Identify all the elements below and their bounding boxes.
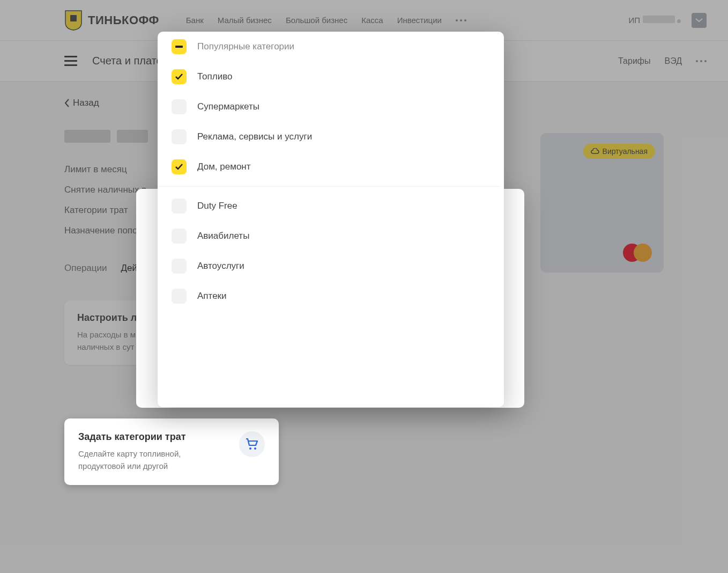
category-item-aviabilety[interactable]: Авиабилеты <box>158 221 500 251</box>
category-label: Дом, ремонт <box>197 161 251 172</box>
checkbox[interactable] <box>172 99 187 114</box>
checkbox[interactable] <box>172 69 187 84</box>
category-item-dom-remont[interactable]: Дом, ремонт <box>158 152 500 182</box>
categories-list[interactable]: Популярные категории Топливо Супермаркет… <box>158 32 504 407</box>
set-categories-line2: продуктовой или другой <box>78 461 168 471</box>
checkbox[interactable] <box>172 229 187 244</box>
category-label: Супермаркеты <box>197 101 259 112</box>
categories-modal: Популярные категории Топливо Супермаркет… <box>158 32 504 407</box>
checkbox[interactable] <box>172 199 187 214</box>
svg-point-3 <box>254 447 256 450</box>
divider <box>158 186 500 187</box>
category-item-apteki[interactable]: Аптеки <box>158 281 500 311</box>
category-item-avtouslugi[interactable]: Автоуслуги <box>158 251 500 281</box>
category-label: Топливо <box>197 71 232 82</box>
cart-icon-circle <box>239 431 265 457</box>
minus-icon <box>175 46 183 48</box>
cart-icon <box>245 438 259 451</box>
checkbox[interactable] <box>172 159 187 174</box>
category-label: Duty Free <box>197 201 237 211</box>
set-categories-line1: Сделайте карту топливной, <box>78 449 181 458</box>
category-popular-label: Популярные категории <box>197 41 294 52</box>
set-categories-card[interactable]: Задать категории трат Сделайте карту топ… <box>64 418 279 485</box>
category-label: Реклама, сервисы и услуги <box>197 131 312 142</box>
category-item-supermarkets[interactable]: Супермаркеты <box>158 92 500 122</box>
svg-point-2 <box>249 447 251 450</box>
category-label: Аптеки <box>197 291 227 302</box>
checkbox[interactable] <box>172 129 187 144</box>
checkbox-indeterminate[interactable] <box>172 39 187 54</box>
check-icon <box>175 163 183 171</box>
svg-rect-1 <box>175 46 183 48</box>
check-icon <box>175 73 183 80</box>
category-popular-header[interactable]: Популярные категории <box>158 32 500 62</box>
checkbox[interactable] <box>172 289 187 304</box>
category-item-dutyfree[interactable]: Duty Free <box>158 191 500 221</box>
category-item-reklama[interactable]: Реклама, сервисы и услуги <box>158 122 500 152</box>
category-item-toplivo[interactable]: Топливо <box>158 62 500 92</box>
checkbox[interactable] <box>172 259 187 274</box>
category-label: Автоуслуги <box>197 261 244 271</box>
category-label: Авиабилеты <box>197 231 249 241</box>
set-categories-title: Задать категории трат <box>78 431 185 443</box>
